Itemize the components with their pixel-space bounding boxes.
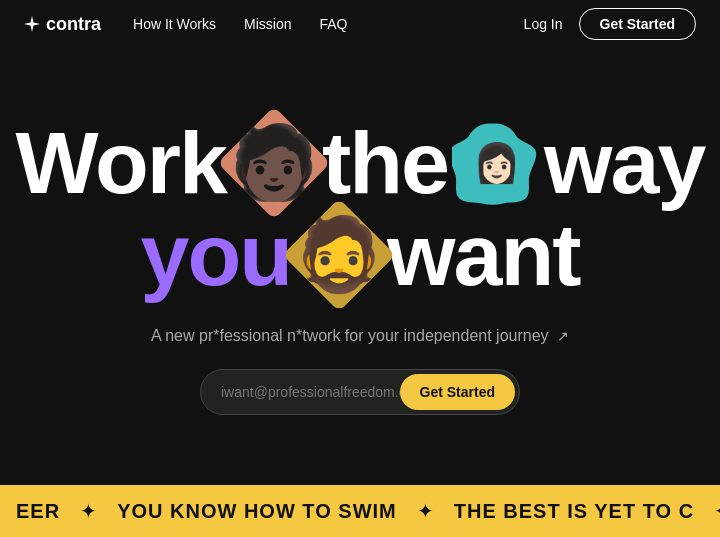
login-button[interactable]: Log In — [524, 16, 563, 32]
hero-section: Work 🧑🏿 the 👩🏻 way you 🧔 want A new pr*f… — [0, 48, 720, 485]
email-input[interactable] — [221, 384, 400, 400]
logo-icon — [24, 16, 40, 32]
ticker-item: YOU KNOW HOW TO SWIM — [101, 500, 413, 523]
nav-right: Log In Get Started — [524, 8, 696, 40]
cursor-icon: ↗ — [557, 328, 569, 344]
nav-get-started-button[interactable]: Get Started — [579, 8, 696, 40]
navigation: contra How It Works Mission FAQ Log In G… — [0, 0, 720, 48]
logo[interactable]: contra — [24, 14, 101, 35]
person2-badge: 👩🏻 — [452, 119, 540, 207]
logo-text: contra — [46, 14, 101, 35]
person1-badge: 🧑🏿 — [217, 106, 330, 219]
word-you: you — [141, 211, 291, 299]
subtitle: A new pr*fessional n*twork for your inde… — [151, 327, 569, 345]
get-started-button[interactable]: Get Started — [400, 374, 515, 410]
ticker-star-icon: ✦ — [76, 499, 101, 523]
nav-how-it-works[interactable]: How It Works — [133, 16, 216, 32]
nav-mission[interactable]: Mission — [244, 16, 291, 32]
word-the: the — [322, 119, 448, 207]
ticker-item: EER — [0, 500, 76, 523]
word-want: want — [387, 211, 579, 299]
person2-face: 👩🏻 — [461, 128, 531, 198]
person3-badge: 🧔 — [282, 198, 395, 311]
nav-faq[interactable]: FAQ — [319, 16, 347, 32]
headline-row1: Work 🧑🏿 the 👩🏻 way — [16, 119, 705, 207]
email-form[interactable]: Get Started — [200, 369, 520, 415]
ticker-inner: EER ✦ YOU KNOW HOW TO SWIM ✦ THE BEST IS… — [0, 499, 720, 523]
ticker-star-icon: ✦ — [413, 499, 438, 523]
word-work: Work — [16, 119, 226, 207]
ticker-item: THE BEST IS YET TO C — [438, 500, 710, 523]
word-way: way — [544, 119, 704, 207]
ticker-star-icon: ✦ — [710, 499, 720, 523]
ticker-strip: EER ✦ YOU KNOW HOW TO SWIM ✦ THE BEST IS… — [0, 485, 720, 537]
headline-row2: you 🧔 want — [141, 211, 580, 299]
nav-links: How It Works Mission FAQ — [133, 16, 347, 32]
